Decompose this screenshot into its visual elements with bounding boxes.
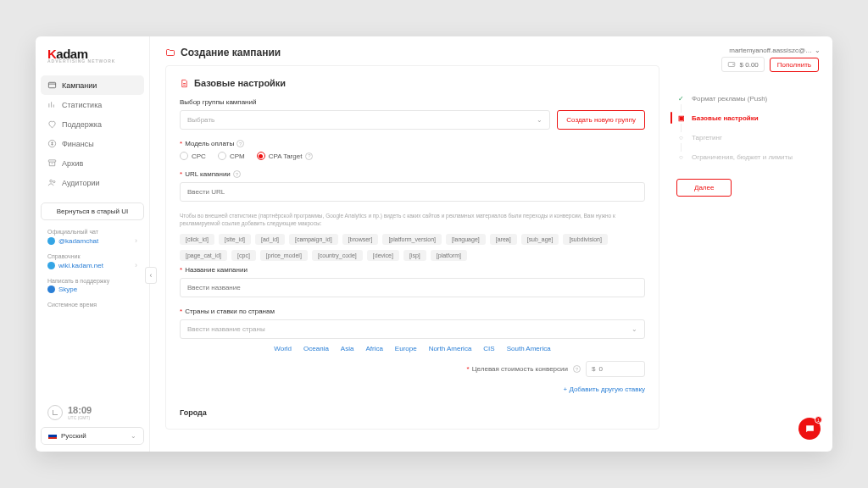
topup-button[interactable]: Пополнить	[770, 58, 819, 72]
cities-title: Города	[180, 408, 645, 417]
macro-chip[interactable]: [price_model]	[260, 250, 308, 261]
wallet-icon	[727, 60, 736, 69]
language-select[interactable]: Русский⌄	[41, 427, 144, 445]
next-button[interactable]: Далее	[676, 179, 732, 197]
macro-chip[interactable]: [device]	[367, 250, 399, 261]
region-link[interactable]: South America	[507, 345, 551, 352]
hint-icon[interactable]: ?	[233, 170, 241, 178]
hint-icon[interactable]: ?	[236, 140, 244, 147]
macro-chip[interactable]: [browser]	[342, 234, 379, 245]
hint-icon[interactable]: ?	[573, 365, 581, 373]
group-select[interactable]: Выбрать⌄	[180, 110, 550, 130]
macro-chip[interactable]: [subdivision]	[563, 234, 608, 245]
macro-chip[interactable]: [area]	[490, 234, 517, 245]
pay-label: *Модель оплаты?	[180, 140, 645, 147]
content: Создание кампании Базовые настройки Выбо…	[165, 47, 671, 441]
chat-badge: 1	[815, 416, 822, 424]
svg-point-6	[732, 64, 733, 65]
macro-chip[interactable]: [click_id]	[180, 234, 214, 245]
region-link[interactable]: Africa	[365, 345, 382, 352]
logo: KadamADVERTISING NETWORK	[41, 47, 144, 75]
svg-point-3	[50, 180, 53, 182]
clock-icon	[47, 405, 63, 420]
doc-icon	[180, 79, 189, 88]
region-link[interactable]: Europe	[395, 345, 417, 352]
radio-cpc[interactable]: CPC	[180, 152, 206, 160]
step-basic[interactable]: ▣Базовые настройки	[676, 108, 819, 128]
conv-label: Целевая стоимость конверсии	[467, 365, 568, 373]
macro-chip[interactable]: [campaign_id]	[289, 234, 338, 245]
macro-chip[interactable]: [site_id]	[219, 234, 251, 245]
region-link[interactable]: Oceania	[303, 345, 329, 352]
time-label: Системное время	[47, 302, 137, 308]
clock: 18:09UTC (GMT)	[41, 405, 144, 420]
flag-icon	[48, 433, 57, 439]
user-menu[interactable]: martemyanoff.aassiszc@…⌄	[729, 47, 821, 54]
svg-point-4	[53, 180, 55, 182]
step-format[interactable]: ✓Формат рекламы (Push)	[676, 89, 819, 108]
step-targeting[interactable]: ○Таргетинг	[676, 128, 819, 147]
regions-row: WorldOceaniaAsiaAfricaEuropeNorth Americ…	[180, 345, 645, 352]
macro-chip[interactable]: [ad_id]	[255, 234, 285, 245]
hint-icon[interactable]: ?	[305, 152, 313, 160]
countries-label: *Страны и ставки по странам	[180, 308, 645, 315]
nav-support[interactable]: Поддержка	[41, 114, 144, 134]
macros-row-2: [page_cat_id][cpc][price_model][country_…	[180, 250, 645, 261]
add-rate-link[interactable]: + Добавить другую ставку	[180, 385, 645, 393]
url-label: *URL кампании?	[180, 170, 645, 178]
balance: $ 0.00	[721, 57, 765, 72]
nav-finance[interactable]: Финансы	[41, 134, 144, 153]
region-link[interactable]: Asia	[341, 345, 354, 352]
ref-label: Справочник	[47, 253, 137, 259]
steps: ✓Формат рекламы (Push) ▣Базовые настройк…	[676, 89, 819, 167]
svg-rect-2	[48, 160, 55, 162]
nav-archive[interactable]: Архив	[41, 153, 144, 173]
radio-cpa[interactable]: CPA Target?	[257, 152, 314, 160]
macro-chip[interactable]: [isp]	[403, 250, 426, 261]
step-limits[interactable]: ○Ограничения, бюджет и лимиты	[676, 147, 819, 167]
nav-audience[interactable]: Аудитории	[41, 173, 144, 192]
macro-chip[interactable]: [language]	[446, 234, 486, 245]
nav-campaigns[interactable]: Кампании	[41, 75, 144, 95]
nav-stats[interactable]: Статистика	[41, 95, 144, 114]
macro-chip[interactable]: [country_code]	[312, 250, 363, 261]
macro-chip[interactable]: [sub_age]	[521, 234, 559, 245]
region-link[interactable]: CIS	[483, 345, 494, 352]
right-panel: $ 0.00 Пополнить ✓Формат рекламы (Push) …	[671, 47, 832, 441]
name-label: *Название кампании	[180, 266, 645, 274]
ref-link[interactable]: wiki.kadam.net›	[47, 261, 137, 269]
macro-chip[interactable]: [cpc]	[231, 250, 256, 261]
sidebar-collapse-button[interactable]: ‹	[145, 267, 157, 284]
region-link[interactable]: North America	[429, 345, 472, 352]
url-input[interactable]	[180, 182, 645, 202]
folder-icon	[165, 47, 175, 58]
support-link[interactable]: Skype	[47, 286, 137, 293]
sidebar: KadamADVERTISING NETWORK Кампании Статис…	[36, 36, 150, 452]
card-title: Базовые настройки	[180, 78, 645, 88]
chat-link[interactable]: @kadamchat›	[47, 236, 137, 245]
chat-label: Официальный чат	[47, 229, 137, 235]
radio-cpm[interactable]: CPM	[218, 152, 245, 160]
old-ui-button[interactable]: Вернуться в старый UI	[41, 202, 144, 220]
macro-chip[interactable]: [platform_version]	[382, 234, 442, 245]
support-label: Написать в поддержку	[47, 278, 137, 284]
nav-list: Кампании Статистика Поддержка Финансы Ар…	[41, 75, 144, 192]
create-group-button[interactable]: Создать новую группу	[557, 110, 645, 130]
macro-chip[interactable]: [page_cat_id]	[180, 250, 227, 261]
page-title: Создание кампании	[165, 47, 659, 65]
chat-icon	[804, 424, 815, 435]
svg-rect-0	[48, 82, 55, 87]
macros-row-1: [click_id][site_id][ad_id][campaign_id][…	[180, 234, 645, 245]
region-link[interactable]: World	[274, 345, 292, 352]
conv-input[interactable]: $0	[586, 361, 645, 377]
macro-chip[interactable]: [platform]	[431, 250, 467, 261]
chat-fab[interactable]: 1	[798, 418, 821, 440]
basic-settings-card: Базовые настройки Выбор группы кампаний …	[165, 65, 659, 430]
countries-select[interactable]: Ввести название страны⌄	[180, 319, 645, 339]
name-input[interactable]	[180, 278, 645, 297]
group-label: Выбор группы кампаний	[180, 98, 645, 106]
macro-help-text: Чтобы во внешней статистике (партнёрской…	[180, 212, 645, 227]
